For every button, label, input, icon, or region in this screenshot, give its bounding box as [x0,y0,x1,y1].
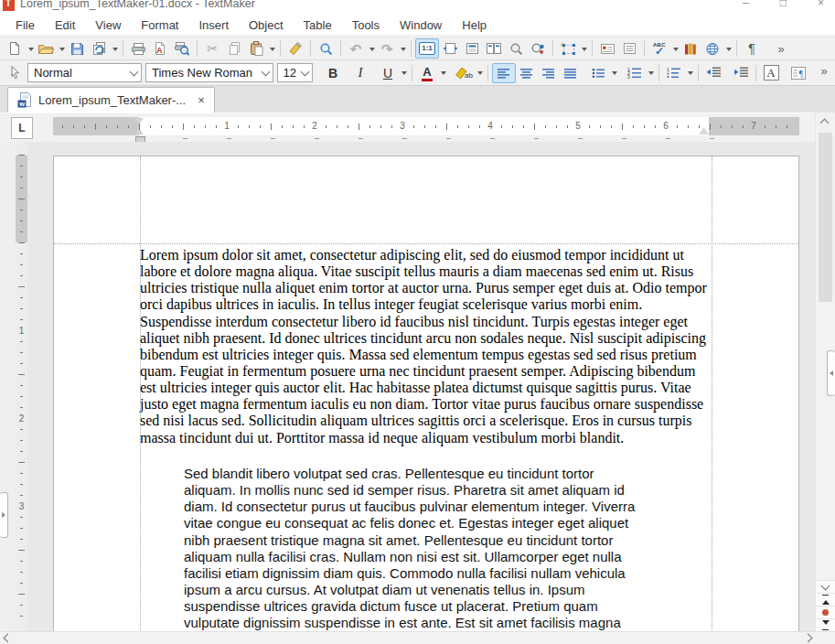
menu-tools[interactable]: Tools [342,18,390,32]
right-pane-handle[interactable] [827,350,835,396]
undo-button[interactable]: ↶ [345,38,367,59]
increase-indent-button[interactable] [730,63,752,83]
align-left-button[interactable] [492,63,516,83]
bullet-list-button[interactable] [587,63,609,83]
scroll-right-icon[interactable] [804,634,813,643]
paste-dropdown[interactable] [270,48,275,54]
bold-button[interactable]: B [322,63,344,83]
paragraph-style-select[interactable]: Normal [27,63,142,82]
align-right-button[interactable] [538,63,560,83]
right-indent-marker[interactable] [699,127,709,134]
bullet-list-dropdown[interactable] [612,71,617,78]
redo-dropdown[interactable] [401,48,406,54]
menu-edit[interactable]: Edit [45,18,85,32]
text-line: vulputate dignissim suspendisse in est a… [184,615,635,631]
tab-close-icon[interactable]: × [192,93,205,107]
font-family-select[interactable]: Times New Roman [145,63,273,82]
menu-help[interactable]: Help [452,18,497,32]
font-color-button[interactable]: A [416,63,438,83]
spell-check-dropdown[interactable] [673,48,679,54]
menu-format[interactable]: Format [131,18,188,32]
cut-icon: ✂ [207,41,218,56]
maximize-button[interactable]: □ [780,0,787,9]
font-color-dropdown[interactable] [441,71,446,78]
zoom-level-button[interactable] [527,38,549,59]
dictionary-button[interactable] [680,38,701,59]
format-painter-button[interactable] [284,38,306,59]
numbered-list-dropdown[interactable] [648,71,654,78]
browse-object-button[interactable] [816,606,835,618]
scroll-down-button[interactable] [816,580,835,593]
spell-check-button[interactable]: ABC ✓ [648,38,670,59]
menu-table[interactable]: Table [294,18,342,32]
horizontal-scrollbar[interactable] [0,631,835,644]
view-continuous-button[interactable] [439,38,461,59]
insert-frame-dropdown[interactable] [582,48,587,54]
minimize-button[interactable]: – [743,0,749,9]
outline-list-button[interactable]: 1 [663,63,685,83]
insert-frame-button[interactable]: ✦ [557,38,579,59]
open-dropdown[interactable] [59,48,65,54]
highlight-dropdown[interactable] [477,71,483,78]
research-button[interactable] [701,38,723,59]
justify-button[interactable] [560,63,582,83]
character-dialog-button[interactable]: A [760,63,782,83]
print-button[interactable] [127,38,149,59]
document-page[interactable]: Lorem ipsum dolor sit amet, consectetur … [53,156,799,631]
paragraph-serif[interactable]: Lorem ipsum dolor sit amet, consectetur … [140,247,707,446]
text-line: Sed blandit libero volutpat sed cras. Pe… [184,466,635,482]
view-actual-size-button[interactable]: 1:1 [415,38,439,59]
menu-file[interactable]: File [5,18,45,32]
paste-button[interactable] [245,38,267,59]
insert-comment-button[interactable] [596,38,618,59]
new-document-button[interactable] [4,38,26,59]
save-all-button[interactable] [88,38,110,59]
highlight-button[interactable]: ab [453,63,475,83]
redo-button[interactable]: ↷ [376,38,398,59]
zoom-button[interactable] [505,38,527,59]
menu-window[interactable]: Window [390,18,452,32]
open-button[interactable] [35,38,57,59]
export-pdf-button[interactable]: A [149,38,171,59]
previous-page-button[interactable] [816,593,835,606]
vertical-scroll-thumb[interactable] [819,133,832,302]
numbered-list-button[interactable]: 123 [624,63,646,83]
copy-button[interactable] [223,38,245,59]
ruler-tick [20,220,23,221]
search-button[interactable] [315,38,337,59]
scroll-left-icon[interactable] [4,634,13,643]
paragraph-dialog-button[interactable]: ¶ [787,63,809,83]
print-preview-button[interactable] [171,38,193,59]
object-mode-button[interactable] [4,63,26,83]
document-tab[interactable]: w Lorem_ipsum_TextMaker-... × [7,87,215,113]
menu-view[interactable]: View [85,18,131,32]
comments-pane-button[interactable] [618,38,640,59]
menu-insert[interactable]: Insert [188,18,239,32]
undo-dropdown[interactable] [369,48,375,54]
save-all-dropdown[interactable] [112,48,118,54]
toolbar-overflow-button[interactable]: » [770,38,792,59]
paragraph-sans[interactable]: Sed blandit libero volutpat sed cras. Pe… [184,466,635,631]
italic-button[interactable]: I [349,63,371,83]
tab-type-selector[interactable]: L [11,117,33,139]
align-center-button[interactable] [516,63,538,83]
decrease-indent-button[interactable] [702,63,724,83]
new-document-dropdown[interactable] [28,48,34,54]
outline-list-dropdown[interactable] [688,71,693,78]
formatting-overflow-button[interactable]: » [813,60,835,80]
menu-object[interactable]: Object [239,18,294,32]
view-page-button[interactable] [461,38,483,59]
left-pane-handle[interactable] [0,492,8,538]
underline-dropdown[interactable] [401,71,407,78]
research-dropdown[interactable] [726,48,732,54]
open-folder-icon [37,42,54,55]
view-two-pages-button[interactable] [483,38,505,59]
font-size-select[interactable]: 12 [277,63,313,82]
cut-button[interactable]: ✂ [201,38,223,59]
scroll-up-icon[interactable] [820,119,830,128]
next-page-button[interactable] [816,618,835,631]
close-button[interactable]: × [818,0,824,9]
save-button[interactable] [66,38,88,59]
underline-button[interactable]: U [377,63,399,83]
formatting-marks-button[interactable]: ¶ [741,38,763,59]
